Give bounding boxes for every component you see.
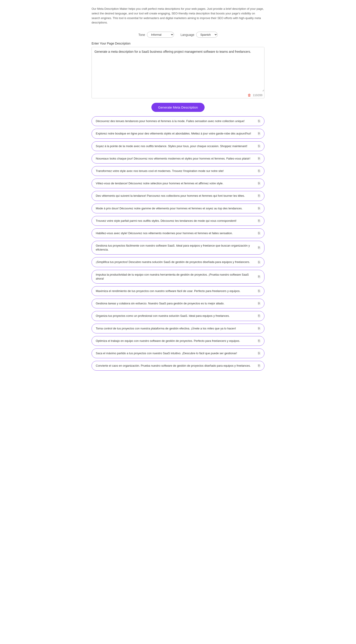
result-text: Des vêtements qui suivent la tendance! P… [96, 194, 258, 198]
result-text: Vêtez-vous de tendance! Découvrez notre … [96, 182, 258, 186]
result-text: Impulsa la productividad de tu equipo co… [96, 273, 258, 281]
language-group: Language EnglishSpanishFrenchGermanItali… [181, 32, 218, 38]
result-text: Saca el máximo partido a tus proyectos c… [96, 351, 258, 355]
result-text: Trouvez votre style parfait parmi nos ou… [96, 219, 258, 223]
result-text: Gestiona tus proyectos fácilmente con nu… [96, 244, 258, 252]
result-item: Explorez notre boutique en ligne pour de… [92, 129, 264, 138]
result-text: ¡Simplifica tus proyectos! Descubre nues… [96, 260, 258, 264]
generate-button[interactable]: Generate Meta Description [151, 103, 204, 112]
result-item: Vêtez-vous de tendance! Découvrez notre … [92, 178, 264, 188]
copy-icon[interactable]: ⎘ [258, 314, 260, 318]
copy-icon[interactable]: ⎘ [258, 289, 260, 293]
result-item: Toma control de tus proyectos con nuestr… [92, 324, 264, 334]
result-item: Trouvez votre style parfait parmi nos ou… [92, 216, 264, 226]
tone-select[interactable]: FormalInformalProfessionalCasual [147, 32, 174, 38]
result-item: Des vêtements qui suivent la tendance! P… [92, 191, 264, 201]
copy-icon[interactable]: ⎘ [258, 246, 260, 250]
result-item: Gestiona tus proyectos fácilmente con nu… [92, 241, 264, 254]
copy-icon[interactable]: ⎘ [258, 364, 260, 368]
copy-icon[interactable]: ⎘ [258, 182, 260, 186]
copy-icon[interactable]: ⎘ [258, 351, 260, 355]
result-text: Maximiza el rendimiento de tus proyectos… [96, 289, 258, 293]
copy-icon[interactable]: ⎘ [258, 326, 260, 330]
copy-icon[interactable]: ⎘ [258, 206, 260, 210]
result-item: Transformez votre style avec nos tenues … [92, 166, 264, 176]
result-item: ¡Simplifica tus proyectos! Descubre nues… [92, 257, 264, 267]
result-item: Découvrez des tenues tendances pour homm… [92, 116, 264, 126]
textarea-footer: 🗑 110/200 [92, 92, 264, 98]
copy-icon[interactable]: ⎘ [258, 302, 260, 306]
controls-row: Tone FormalInformalProfessionalCasual La… [92, 32, 264, 38]
result-item: Convierte el caos en organización. Prueb… [92, 361, 264, 371]
char-count: 110/200 [253, 94, 262, 97]
intro-text: Our Meta Description Maker helps you cra… [92, 4, 264, 27]
tone-label: Tone [138, 33, 145, 36]
textarea-label: Enter Your Page Description [92, 42, 264, 45]
copy-icon[interactable]: ⎘ [258, 156, 260, 160]
copy-icon[interactable]: ⎘ [258, 275, 260, 279]
result-text: Habillez-vous avec style! Découvrez nos … [96, 231, 258, 235]
result-item: Maximiza el rendimiento de tus proyectos… [92, 286, 264, 296]
result-item: Organiza tus proyectos como un profesion… [92, 311, 264, 321]
language-label: Language [181, 33, 194, 36]
copy-icon[interactable]: ⎘ [258, 132, 260, 136]
textarea-container: Generate a meta description for a SaaS b… [92, 47, 264, 98]
page-description-input[interactable]: Generate a meta description for a SaaS b… [92, 47, 264, 92]
result-item: Mode à prix doux! Découvrez notre gamme … [92, 204, 264, 213]
trash-icon[interactable]: 🗑 [248, 93, 251, 97]
language-select[interactable]: EnglishSpanishFrenchGermanItalian [196, 32, 218, 38]
copy-icon[interactable]: ⎘ [258, 144, 260, 148]
copy-icon[interactable]: ⎘ [258, 169, 260, 173]
result-item: Saca el máximo partido a tus proyectos c… [92, 348, 264, 358]
results-section: Découvrez des tenues tendances pour homm… [92, 116, 264, 371]
result-text: Nouveaux looks chaque jour! Découvrez no… [96, 156, 258, 160]
copy-icon[interactable]: ⎘ [258, 260, 260, 264]
result-text: Optimiza el trabajo en equipo con nuestr… [96, 339, 258, 343]
result-text: Transformez votre style avec nos tenues … [96, 169, 258, 173]
result-item: Gestiona tareas y colabora sin esfuerzo.… [92, 299, 264, 308]
result-text: Mode à prix doux! Découvrez notre gamme … [96, 206, 258, 210]
result-item: Impulsa la productividad de tu equipo co… [92, 270, 264, 284]
result-text: Explorez notre boutique en ligne pour de… [96, 132, 258, 136]
result-text: Organiza tus proyectos como un profesion… [96, 314, 258, 318]
result-item: Nouveaux looks chaque jour! Découvrez no… [92, 154, 264, 164]
result-item: Optimiza el trabajo en equipo con nuestr… [92, 336, 264, 346]
copy-icon[interactable]: ⎘ [258, 231, 260, 235]
result-item: Soyez à la pointe de la mode avec nos ou… [92, 141, 264, 151]
tone-group: Tone FormalInformalProfessionalCasual [138, 32, 174, 38]
result-text: Soyez à la pointe de la mode avec nos ou… [96, 144, 258, 148]
result-item: Habillez-vous avec style! Découvrez nos … [92, 228, 264, 238]
copy-icon[interactable]: ⎘ [258, 194, 260, 198]
result-text: Convierte el caos en organización. Prueb… [96, 364, 258, 368]
result-text: Gestiona tareas y colabora sin esfuerzo.… [96, 302, 258, 306]
copy-icon[interactable]: ⎘ [258, 339, 260, 343]
copy-icon[interactable]: ⎘ [258, 119, 260, 123]
copy-icon[interactable]: ⎘ [258, 219, 260, 223]
result-text: Toma control de tus proyectos con nuestr… [96, 326, 258, 330]
result-text: Découvrez des tenues tendances pour homm… [96, 119, 258, 123]
